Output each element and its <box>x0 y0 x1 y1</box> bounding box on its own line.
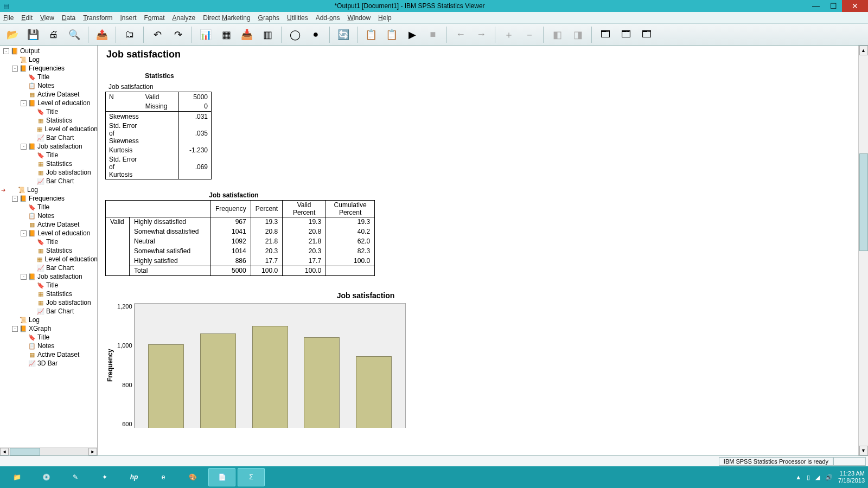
menu-data[interactable]: Data <box>62 14 75 22</box>
tree-toggle-icon[interactable]: - <box>21 100 27 106</box>
maximize-button[interactable]: ☐ <box>825 0 842 12</box>
tree-item[interactable]: ▦Statistics <box>1 246 98 255</box>
scroll-thumb[interactable] <box>10 448 40 455</box>
scroll-up-icon[interactable]: ▲ <box>859 46 868 55</box>
tree-item[interactable]: -📙Job satisfaction <box>1 272 98 281</box>
tree-item[interactable]: -📙Level of education <box>1 99 98 107</box>
tray-volume-icon[interactable]: 🔊 <box>825 474 833 481</box>
tree-toggle-icon[interactable]: - <box>21 144 27 150</box>
tree-item[interactable]: ▦Job satisfaction <box>1 168 98 177</box>
task-word-icon[interactable]: 📄 <box>208 468 235 486</box>
print-button[interactable]: 🖨 <box>44 25 63 44</box>
tree-item[interactable]: 📜Log <box>1 316 98 324</box>
tree-item[interactable]: 📈Bar Chart <box>1 307 98 316</box>
tray-up-icon[interactable]: ▲ <box>795 474 801 480</box>
clipboard-a-icon[interactable]: 📋 <box>362 25 380 44</box>
print-preview-button[interactable]: 🔍 <box>65 25 84 44</box>
task-explorer-icon[interactable]: 📁 <box>3 468 30 486</box>
tool-d-icon[interactable]: 🗔 <box>617 25 635 44</box>
task-media-icon[interactable]: 💿 <box>33 468 60 486</box>
tree-item[interactable]: 📈Bar Chart <box>1 133 98 142</box>
close-button[interactable]: ✕ <box>842 0 868 12</box>
tool-b-icon[interactable]: ● <box>307 25 325 44</box>
clipboard-b-icon[interactable]: 📋 <box>382 25 401 44</box>
tree-item[interactable]: 📈Bar Chart <box>1 177 98 185</box>
tree-toggle-icon[interactable]: - <box>21 230 27 236</box>
misc2-icon[interactable]: ◨ <box>569 25 587 44</box>
goto-data-button[interactable]: 📊 <box>196 25 215 44</box>
menu-utilities[interactable]: Utilities <box>287 14 308 22</box>
scroll-down-icon[interactable]: ▼ <box>859 446 868 455</box>
menu-window[interactable]: Window <box>347 14 371 22</box>
tree-item[interactable]: 🔖Title <box>1 73 98 81</box>
variables-button[interactable]: 📥 <box>238 25 256 44</box>
minimize-button[interactable]: — <box>807 0 825 12</box>
tool-a-icon[interactable]: ◯ <box>286 25 304 44</box>
save-button[interactable]: 💾 <box>24 25 42 44</box>
tree-item[interactable]: ▦Active Dataset <box>1 90 98 99</box>
menu-file[interactable]: File <box>3 14 14 22</box>
tree-toggle-icon[interactable]: - <box>21 274 27 280</box>
tree-item[interactable]: -📙Level of education <box>1 229 98 237</box>
task-app1-icon[interactable]: ✎ <box>62 468 89 486</box>
zoom-in-button[interactable]: ＋ <box>500 25 518 44</box>
menu-help[interactable]: Help <box>378 14 392 22</box>
tree-item[interactable]: -📙Frequencies <box>1 64 98 73</box>
tree-item[interactable]: 🔖Title <box>1 107 98 116</box>
tree-item[interactable]: 🔖Title <box>1 203 98 211</box>
recall-dialog-button[interactable]: 🗂 <box>120 25 139 44</box>
tree-item[interactable]: 📋Notes <box>1 342 98 350</box>
misc1-icon[interactable]: ◧ <box>548 25 566 44</box>
tree-item[interactable]: 📈Bar Chart <box>1 264 98 272</box>
stop-button[interactable]: ■ <box>424 25 442 44</box>
tree-item[interactable]: 🔖Title <box>1 333 98 342</box>
task-app2-icon[interactable]: ✦ <box>91 468 118 486</box>
undo-button[interactable]: ↶ <box>148 25 167 44</box>
menu-format[interactable]: Format <box>144 14 165 22</box>
menu-transform[interactable]: Transform <box>83 14 112 22</box>
tree-item[interactable]: ▦Statistics <box>1 116 98 125</box>
menu-analyze[interactable]: Analyze <box>173 14 196 22</box>
tree-item[interactable]: ▦Job satisfaction <box>1 298 98 307</box>
goto-case-button[interactable]: ▦ <box>217 25 235 44</box>
tree-toggle-icon[interactable]: - <box>12 66 18 72</box>
tree-item[interactable]: 📋Notes <box>1 81 98 90</box>
tool-c-icon[interactable]: 🔄 <box>334 25 353 44</box>
task-ie-icon[interactable]: e <box>150 468 177 486</box>
tree-item[interactable]: ▦Level of education <box>1 125 98 133</box>
tree-item[interactable]: -📙Job satisfaction <box>1 142 98 151</box>
tray-network-icon[interactable]: ◢ <box>815 474 820 481</box>
task-hp-icon[interactable]: hp <box>120 468 148 486</box>
task-spss-icon[interactable]: Σ <box>238 468 265 486</box>
output-viewer[interactable]: Job satisfaction Statistics Job satisfac… <box>98 46 868 455</box>
tree-item[interactable]: 📋Notes <box>1 211 98 220</box>
tree-item[interactable]: 🔖Title <box>1 237 98 246</box>
nav-fwd-button[interactable]: → <box>472 25 490 44</box>
menu-edit[interactable]: Edit <box>21 14 33 22</box>
scroll-thumb[interactable] <box>859 153 868 251</box>
tree-toggle-icon[interactable]: - <box>12 196 18 202</box>
export-button[interactable]: 📤 <box>93 25 111 44</box>
tray-battery-icon[interactable]: ▯ <box>807 474 810 481</box>
tree-item[interactable]: ▦Active Dataset <box>1 220 98 229</box>
tree-toggle-icon[interactable]: - <box>3 48 9 54</box>
menu-insert[interactable]: Insert <box>120 14 136 22</box>
scroll-left-icon[interactable]: ◄ <box>0 448 9 455</box>
designate-window-button[interactable]: 🗔 <box>596 25 615 44</box>
tree-item[interactable]: 🔖Title <box>1 281 98 290</box>
tree-horizontal-scrollbar[interactable]: ◄ ► <box>0 447 97 455</box>
zoom-out-button[interactable]: － <box>520 25 539 44</box>
redo-button[interactable]: ↷ <box>169 25 187 44</box>
tree-item[interactable]: ➔📜Log <box>1 185 98 194</box>
tree-item[interactable]: ▦Level of education <box>1 255 98 264</box>
menu-graphs[interactable]: Graphs <box>258 14 279 22</box>
tree-item[interactable]: 📈3D Bar <box>1 359 98 368</box>
tree-item[interactable]: 📜Log <box>1 55 98 64</box>
task-paint-icon[interactable]: 🎨 <box>179 468 206 486</box>
tree-item[interactable]: ▦Active Dataset <box>1 350 98 359</box>
tree-item[interactable]: ▦Statistics <box>1 290 98 298</box>
menu-direct-marketing[interactable]: Direct Marketing <box>203 14 250 22</box>
menu-view[interactable]: View <box>40 14 54 22</box>
outline-tree[interactable]: -📙Output📜Log-📙Frequencies🔖Title📋Notes▦Ac… <box>0 46 98 447</box>
select-button[interactable]: ▥ <box>258 25 277 44</box>
